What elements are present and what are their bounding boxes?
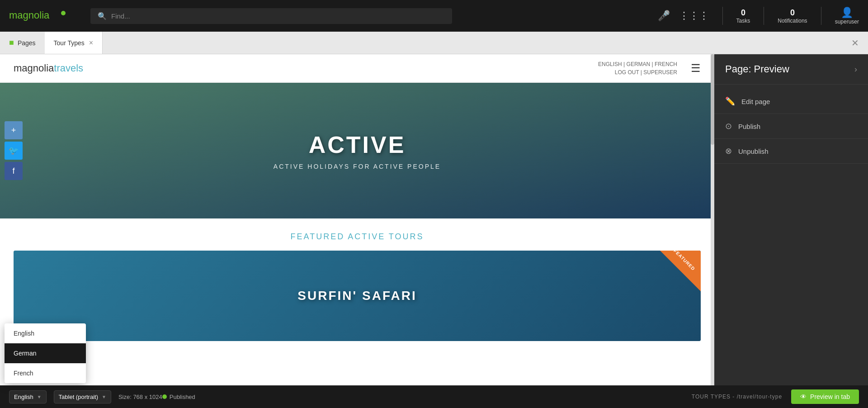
preview-tab-label: Preview in tab (810, 393, 850, 400)
tab-bar-close-button[interactable]: ✕ (851, 38, 868, 48)
right-panel: Page: Preview › ✏️ Edit page ⊙ Publish ⊗… (714, 54, 868, 385)
preview-in-tab-button[interactable]: 👁 Preview in tab (791, 389, 859, 404)
edit-icon: ✏️ (725, 96, 735, 106)
preview-area: magnoliatravels ENGLISH | GERMAN | FRENC… (0, 54, 714, 385)
divider-2 (764, 7, 764, 25)
featured-card: SURFIN' SAFARI FEATURED (14, 251, 701, 341)
app-logo: magnolia (9, 7, 68, 25)
publish-icon: ⊙ (725, 121, 732, 131)
panel-actions: ✏️ Edit page ⊙ Publish ⊗ Unpublish (714, 85, 868, 168)
svg-point-1 (61, 11, 66, 15)
mic-icon: 🎤 (658, 10, 670, 22)
size-info: Size: 768 x 1024 (118, 394, 162, 400)
page-path: TOUR TYPES - /travel/tour-type (692, 394, 782, 400)
header-right: ENGLISH | GERMAN | FRENCH LOG OUT | SUPE… (598, 61, 701, 76)
panel-title: Page: Preview (725, 63, 789, 75)
pages-icon: ■ (9, 38, 14, 47)
lang-option-english[interactable]: English (5, 323, 86, 343)
pages-tab-label: Pages (18, 39, 36, 47)
hero-section: + 🐦 f ACTIVE ACTIVE HOLIDAYS FOR ACTIVE … (0, 83, 714, 218)
user-links: LOG OUT | SUPERUSER (598, 69, 677, 76)
lang-links: ENGLISH | GERMAN | FRENCH (598, 61, 677, 67)
notifications-button[interactable]: 0 Notifications (778, 8, 807, 24)
logo-area: magnolia (9, 7, 81, 25)
device-value: Tablet (portrait) (59, 394, 98, 400)
hero-subtitle: ACTIVE HOLIDAYS FOR ACTIVE PEOPLE (274, 163, 441, 170)
user-icon: 👤 (841, 7, 853, 19)
lang-option-french[interactable]: French (5, 363, 86, 383)
search-bar[interactable]: 🔍 Find... (90, 8, 452, 24)
edit-page-button[interactable]: ✏️ Edit page (714, 89, 868, 114)
facebook-button[interactable]: f (5, 162, 23, 180)
travels-header: magnoliatravels ENGLISH | GERMAN | FRENC… (0, 54, 714, 83)
right-panel-header: Page: Preview › (714, 54, 868, 85)
featured-section: FEATURED ACTIVE TOURS SURFIN' SAFARI FEA… (0, 218, 714, 355)
user-button[interactable]: 👤 superuser (835, 7, 859, 25)
nav-right: 🎤 ⋮⋮⋮ 0 Tasks 0 Notifications 👤 superuse… (658, 7, 859, 25)
social-buttons: + 🐦 f (5, 121, 23, 180)
lang-option-german[interactable]: German (5, 343, 86, 363)
apps-button[interactable]: ⋮⋮⋮ (679, 10, 709, 22)
language-dropdown: English German French (5, 323, 86, 383)
page-content: magnoliatravels ENGLISH | GERMAN | FRENC… (0, 54, 714, 385)
notifications-label: Notifications (778, 18, 807, 24)
bottom-bar: English ▼ Tablet (portrait) ▼ Size: 768 … (0, 385, 868, 408)
language-value: English (14, 394, 33, 400)
user-label: superuser (835, 19, 859, 25)
scrollbar-thumb[interactable] (711, 54, 714, 145)
tasks-button[interactable]: 0 Tasks (736, 8, 750, 24)
hamburger-icon[interactable]: ☰ (691, 62, 701, 75)
tab-bar: ■ Pages Tour Types × ✕ (0, 32, 868, 54)
tasks-label: Tasks (736, 18, 750, 24)
notifications-count: 0 (790, 8, 795, 18)
tab-close-button[interactable]: × (89, 39, 93, 47)
mic-button[interactable]: 🎤 (658, 10, 670, 22)
divider-3 (821, 7, 821, 25)
search-icon: 🔍 (98, 12, 107, 20)
svg-text:magnolia: magnolia (9, 9, 50, 21)
main-area: magnoliatravels ENGLISH | GERMAN | FRENC… (0, 54, 868, 385)
status-indicator (162, 394, 167, 399)
search-placeholder: Find... (111, 12, 130, 20)
lang-nav: ENGLISH | GERMAN | FRENCH LOG OUT | SUPE… (598, 61, 677, 76)
publish-label: Publish (738, 123, 760, 130)
grid-icon: ⋮⋮⋮ (679, 10, 709, 22)
eye-icon: 👁 (800, 393, 807, 400)
share-button[interactable]: + (5, 121, 23, 139)
top-nav: magnolia 🔍 Find... 🎤 ⋮⋮⋮ 0 Tasks 0 Notif… (0, 0, 868, 32)
unpublish-icon: ⊗ (725, 146, 732, 156)
language-selector[interactable]: English ▼ (9, 390, 47, 403)
travels-page: magnoliatravels ENGLISH | GERMAN | FRENC… (0, 54, 714, 385)
publish-button[interactable]: ⊙ Publish (714, 114, 868, 139)
unpublish-label: Unpublish (738, 147, 769, 155)
panel-expand-button[interactable]: › (854, 65, 857, 74)
scrollbar-track[interactable] (711, 54, 714, 385)
divider-1 (722, 7, 723, 25)
edit-page-label: Edit page (741, 98, 770, 105)
travels-logo: magnoliatravels (14, 62, 83, 74)
hero-title: ACTIVE (274, 131, 441, 158)
hero-text: ACTIVE ACTIVE HOLIDAYS FOR ACTIVE PEOPLE (274, 131, 441, 170)
language-dropdown-arrow: ▼ (37, 394, 42, 399)
tab-tour-types-label: Tour Types (54, 39, 85, 47)
tab-tour-types[interactable]: Tour Types × (45, 32, 103, 54)
status-text: Published (170, 394, 195, 400)
device-dropdown-arrow: ▼ (102, 394, 106, 399)
tasks-count: 0 (741, 8, 745, 18)
featured-card-title: SURFIN' SAFARI (297, 289, 416, 303)
tab-pages[interactable]: ■ Pages (0, 32, 45, 54)
featured-title: FEATURED ACTIVE TOURS (14, 232, 701, 242)
unpublish-button[interactable]: ⊗ Unpublish (714, 139, 868, 164)
twitter-button[interactable]: 🐦 (5, 142, 23, 160)
device-selector[interactable]: Tablet (portrait) ▼ (54, 390, 111, 403)
